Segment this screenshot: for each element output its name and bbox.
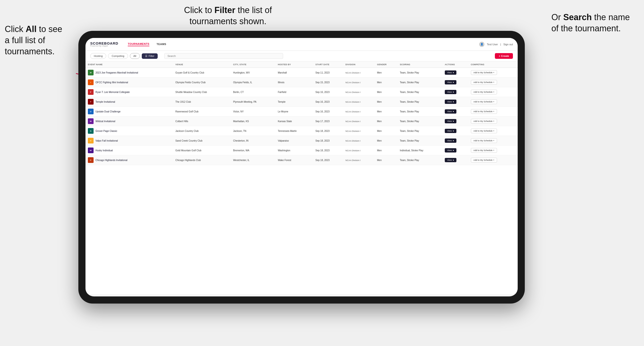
cell-scoring-2: Team, Stroke Play xyxy=(398,87,442,97)
table-row: W Husky Individual Gold Mountain Golf Cl… xyxy=(86,146,518,155)
cell-gender-3: Men xyxy=(375,97,398,107)
view-button-4[interactable]: View ● xyxy=(445,109,456,114)
nav-tournaments[interactable]: TOURNAMENTS xyxy=(128,42,149,46)
add-schedule-button-5[interactable]: Add to My Schedule + xyxy=(471,119,497,124)
cell-actions-0: View ● xyxy=(442,68,468,78)
event-name-text-8: Husky Individual xyxy=(96,149,113,152)
cell-division-0: NCAA Division I xyxy=(343,68,375,78)
cell-scoring-6: Team, Stroke Play xyxy=(398,126,442,136)
table-row: M 2023 Joe Feaganes Marshall Invitationa… xyxy=(86,68,518,78)
cell-venue-7: Sand Creek Country Club xyxy=(173,136,231,146)
cell-event-name-3: T Temple Invitational xyxy=(86,97,173,107)
team-logo-9: C xyxy=(88,157,94,163)
filter-button[interactable]: ☰ Filter xyxy=(142,53,158,59)
cell-venue-9: Chicago Highlands Club xyxy=(173,155,231,165)
view-button-5[interactable]: View ● xyxy=(445,119,456,123)
col-competing: COMPETING xyxy=(468,61,518,68)
cell-division-5: NCAA Division I xyxy=(343,116,375,126)
cell-scoring-0: Team, Stroke Play xyxy=(398,68,442,78)
view-icon-1: ● xyxy=(452,81,454,83)
add-schedule-button-2[interactable]: Add to My Schedule + xyxy=(471,90,497,94)
cell-venue-3: The 1912 Club xyxy=(173,97,231,107)
cell-event-name-0: M 2023 Joe Feaganes Marshall Invitationa… xyxy=(86,68,173,78)
create-button[interactable]: + Create xyxy=(495,53,513,59)
cell-competing-7: Add to My Schedule + xyxy=(468,136,518,146)
add-schedule-button-4[interactable]: Add to My Schedule + xyxy=(471,109,497,114)
cell-hosted-by-5: Kansas State xyxy=(276,116,313,126)
cell-gender-1: Men xyxy=(375,78,398,87)
table-header-row: EVENT NAME VENUE CITY, STATE HOSTED BY S… xyxy=(86,61,518,68)
cell-scoring-1: Team, Stroke Play xyxy=(398,78,442,87)
cell-gender-6: Men xyxy=(375,126,398,136)
table-row: I OFCC Fighting Illini Invitational Olym… xyxy=(86,78,518,87)
tab-all[interactable]: All xyxy=(130,53,140,59)
cell-competing-1: Add to My Schedule + xyxy=(468,78,518,87)
cell-start-date-6: Sep 18, 2023 xyxy=(313,126,343,136)
event-name-text-4: Upstate Dual Challenge xyxy=(96,110,121,113)
col-hosted-by: HOSTED BY xyxy=(276,61,313,68)
table-row: T Temple Invitational The 1912 Club Plym… xyxy=(86,97,518,107)
cell-venue-5: Colbert Hills xyxy=(173,116,231,126)
cell-scoring-5: Team, Stroke Play xyxy=(398,116,442,126)
add-schedule-button-0[interactable]: Add to My Schedule + xyxy=(471,70,497,75)
view-button-6[interactable]: View ● xyxy=(445,129,456,133)
cell-division-2: NCAA Division I xyxy=(343,87,375,97)
sign-out-link[interactable]: Sign out xyxy=(504,43,513,46)
annotation-left: Click All to see a full list of tourname… xyxy=(5,24,66,57)
cell-actions-5: View ● xyxy=(442,116,468,126)
add-schedule-button-8[interactable]: Add to My Schedule + xyxy=(471,148,497,153)
view-button-7[interactable]: View ● xyxy=(445,139,456,143)
cell-city-state-9: Westchester, IL xyxy=(231,155,276,165)
event-name-text-5: Wildcat Invitational xyxy=(96,120,115,123)
logo-title: SCOREBOARD xyxy=(90,41,118,45)
add-schedule-button-6[interactable]: Add to My Schedule + xyxy=(471,129,497,133)
view-button-8[interactable]: View ● xyxy=(445,148,456,153)
cell-city-state-6: Jackson, TN xyxy=(231,126,276,136)
cell-actions-4: View ● xyxy=(442,107,468,116)
view-icon-7: ● xyxy=(452,140,454,142)
table-row: W Wildcat Invitational Colbert Hills Man… xyxy=(86,116,518,126)
header-right: 👤 Test User | Sign out xyxy=(479,42,513,47)
tab-hosting[interactable]: Hosting xyxy=(90,53,106,59)
cell-venue-2: Shuttle Meadow Country Club xyxy=(173,87,231,97)
team-logo-5: W xyxy=(88,118,94,124)
view-icon-6: ● xyxy=(452,130,454,132)
cell-actions-9: View ● xyxy=(442,155,468,165)
filter-label: Filter xyxy=(149,54,154,57)
nav-teams[interactable]: TEAMS xyxy=(156,43,166,46)
view-icon-9: ● xyxy=(452,159,454,161)
cell-event-name-8: W Husky Individual xyxy=(86,146,173,155)
cell-actions-1: View ● xyxy=(442,78,468,87)
view-button-0[interactable]: View ● xyxy=(445,70,456,75)
view-button-1[interactable]: View ● xyxy=(445,80,456,84)
view-button-9[interactable]: View ● xyxy=(445,158,456,162)
cell-hosted-by-1: Illinois xyxy=(276,78,313,87)
add-schedule-button-7[interactable]: Add to My Schedule + xyxy=(471,138,497,143)
tab-competing[interactable]: Competing xyxy=(108,53,128,59)
search-input[interactable] xyxy=(164,53,283,59)
cell-start-date-4: Sep 16, 2023 xyxy=(313,107,343,116)
cell-division-6: NCAA Division I xyxy=(343,126,375,136)
add-schedule-button-3[interactable]: Add to My Schedule + xyxy=(471,99,497,104)
add-schedule-button-9[interactable]: Add to My Schedule + xyxy=(471,158,497,163)
cell-start-date-0: Sep 11, 2023 xyxy=(313,68,343,78)
cell-division-7: NCAA Division I xyxy=(343,136,375,146)
view-icon-8: ● xyxy=(452,149,454,152)
col-scoring: SCORING xyxy=(398,61,442,68)
search-box xyxy=(164,53,283,59)
event-name-text-9: Chicago Highlands Invitational xyxy=(96,159,128,162)
cell-scoring-4: Team, Stroke Play xyxy=(398,107,442,116)
view-button-3[interactable]: View ● xyxy=(445,100,456,104)
cell-actions-3: View ● xyxy=(442,97,468,107)
col-actions: ACTIONS xyxy=(442,61,468,68)
cell-city-state-3: Plymouth Meeting, PA xyxy=(231,97,276,107)
team-logo-7: V xyxy=(88,138,94,144)
cell-division-1: NCAA Division I xyxy=(343,78,375,87)
view-button-2[interactable]: View ● xyxy=(445,90,456,94)
add-schedule-button-1[interactable]: Add to My Schedule + xyxy=(471,80,497,85)
col-event-name: EVENT NAME xyxy=(86,61,173,68)
cell-actions-7: View ● xyxy=(442,136,468,146)
tablet-frame: SCOREBOARD Powered by clippd TOURNAMENTS… xyxy=(78,31,525,304)
cell-venue-1: Olympia Fields Country Club xyxy=(173,78,231,87)
event-name-text-2: Ryan T. Lee Memorial Collegiate xyxy=(96,91,130,93)
